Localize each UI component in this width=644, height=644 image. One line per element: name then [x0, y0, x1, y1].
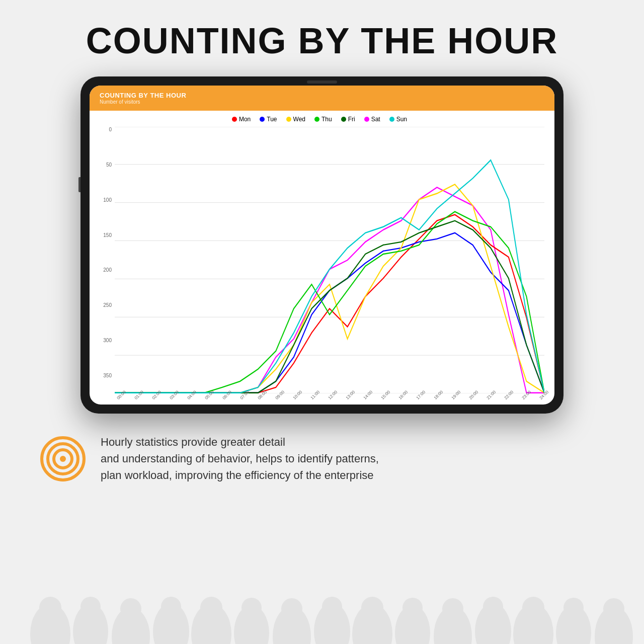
legend-dot-sun	[389, 117, 394, 122]
legend-label-mon: Mon	[239, 116, 251, 123]
tablet-button	[78, 177, 80, 192]
svg-point-38	[483, 597, 503, 617]
svg-point-33	[281, 598, 302, 619]
legend-sun: Sun	[389, 116, 407, 123]
chart-plot	[115, 127, 544, 393]
chart-container: 350 300 250 200 150 100 50 0	[95, 127, 544, 393]
y-label-250: 250	[103, 302, 112, 308]
y-label-200: 200	[103, 267, 112, 273]
tablet-camera	[307, 80, 337, 84]
chart-svg	[115, 127, 544, 393]
svg-point-36	[403, 598, 423, 618]
target-icon	[40, 436, 86, 481]
legend-dot-tue	[260, 117, 265, 122]
page-title: COUNTING BY THE HOUR	[86, 20, 558, 61]
legend-label-tue: Tue	[267, 116, 277, 123]
line-fri	[115, 221, 544, 393]
legend-dot-fri	[341, 117, 346, 122]
y-label-150: 150	[103, 232, 112, 238]
chart-legend: Mon Tue Wed Thu Fri	[95, 116, 544, 123]
svg-point-11	[60, 456, 66, 462]
svg-point-40	[564, 598, 584, 618]
y-label-50: 50	[106, 162, 112, 168]
svg-point-31	[200, 597, 222, 619]
y-axis: 350 300 250 200 150 100 50 0	[95, 127, 115, 393]
y-label-350: 350	[103, 373, 112, 378]
legend-label-wed: Wed	[293, 116, 305, 123]
y-label-100: 100	[103, 197, 112, 203]
legend-label-thu: Thu	[321, 116, 332, 123]
legend-dot-thu	[314, 117, 319, 122]
chart-header: COUNTING BY THE HOUR Number of visitors	[90, 86, 554, 111]
legend-fri: Fri	[341, 116, 355, 123]
legend-label-fri: Fri	[348, 116, 355, 123]
svg-point-34	[322, 597, 342, 617]
svg-point-28	[80, 597, 101, 617]
legend-label-sun: Sun	[396, 116, 407, 123]
y-label-300: 300	[103, 338, 112, 343]
legend-wed: Wed	[286, 116, 305, 123]
legend-dot-wed	[286, 117, 291, 122]
svg-point-29	[120, 598, 141, 619]
legend-tue: Tue	[260, 116, 277, 123]
legend-sat: Sat	[364, 116, 380, 123]
chart-title: COUNTING BY THE HOUR	[100, 92, 544, 99]
svg-point-41	[603, 598, 624, 619]
line-sun	[115, 160, 544, 393]
legend-dot-mon	[232, 117, 237, 122]
bottom-section: Hourly statistics provide greater detail…	[0, 434, 644, 484]
line-thu	[115, 212, 544, 393]
x-axis: 00:00 01:00 02:00 03:00 04:00 05:00 06:0…	[115, 394, 544, 399]
line-mon	[115, 215, 544, 393]
tablet-device: COUNTING BY THE HOUR Number of visitors …	[80, 76, 564, 414]
crowd-silhouette	[0, 533, 644, 644]
y-label-0: 0	[109, 127, 112, 132]
chart-area: Mon Tue Wed Thu Fri	[90, 111, 554, 405]
svg-point-32	[242, 598, 262, 618]
svg-point-39	[522, 597, 544, 619]
svg-point-27	[39, 597, 61, 619]
legend-dot-sat	[364, 117, 369, 122]
legend-label-sat: Sat	[371, 116, 380, 123]
line-tue	[115, 233, 544, 393]
legend-thu: Thu	[314, 116, 332, 123]
legend-mon: Mon	[232, 116, 251, 123]
svg-point-30	[161, 597, 181, 617]
svg-point-37	[442, 598, 463, 619]
chart-subtitle: Number of visitors	[100, 99, 544, 105]
svg-point-35	[361, 597, 383, 619]
tablet-screen: COUNTING BY THE HOUR Number of visitors …	[90, 86, 554, 405]
description-text: Hourly statistics provide greater detail…	[101, 434, 379, 484]
